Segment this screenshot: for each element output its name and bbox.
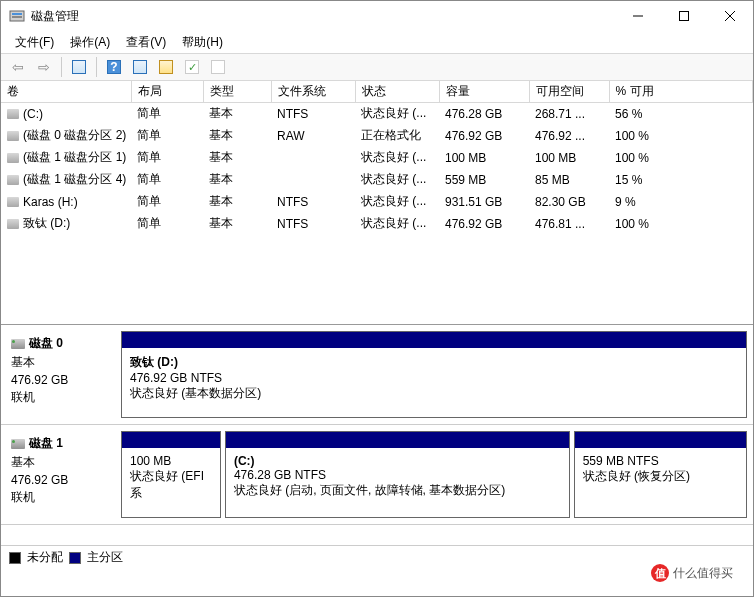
menu-help[interactable]: 帮助(H) [176, 32, 229, 53]
cell-type: 基本 [203, 169, 271, 191]
back-button[interactable]: ⇦ [7, 56, 29, 78]
watermark-text: 什么值得买 [673, 565, 733, 582]
cell-percent: 100 % [609, 125, 753, 147]
cell-status: 状态良好 (... [355, 213, 439, 235]
view-icon [72, 60, 86, 74]
partition-size: 100 MB [130, 454, 212, 468]
legend-primary-label: 主分区 [87, 549, 123, 566]
cell-capacity: 931.51 GB [439, 191, 529, 213]
volume-icon [7, 131, 19, 141]
window-controls [615, 1, 753, 31]
partition[interactable]: 致钛 (D:) 476.92 GB NTFS 状态良好 (基本数据分区) [121, 331, 747, 418]
toolbar-btn-2[interactable] [129, 56, 151, 78]
volume-name: (C:) [23, 107, 43, 121]
cell-percent: 100 % [609, 147, 753, 169]
close-button[interactable] [707, 1, 753, 31]
disk-size: 476.92 GB [11, 473, 111, 487]
col-filesystem[interactable]: 文件系统 [271, 81, 355, 103]
toolbar-btn-4[interactable] [181, 56, 203, 78]
disk-row: 磁盘 1 基本 476.92 GB 联机 100 MB 状态良好 (EFI 系 … [1, 425, 753, 525]
arrow-left-icon: ⇦ [12, 59, 24, 75]
table-row[interactable]: (磁盘 1 磁盘分区 1) 简单 基本 状态良好 (... 100 MB 100… [1, 147, 753, 169]
disk-icon [11, 339, 25, 349]
disk-icon [11, 439, 25, 449]
table-header-row: 卷 布局 类型 文件系统 状态 容量 可用空间 % 可用 [1, 81, 753, 103]
panel-icon [133, 60, 147, 74]
cell-fs: NTFS [271, 191, 355, 213]
watermark-icon: 值 [651, 564, 669, 582]
minimize-button[interactable] [615, 1, 661, 31]
help-button[interactable]: ? [103, 56, 125, 78]
partition-status: 状态良好 (EFI 系 [130, 468, 212, 502]
volume-list[interactable]: 卷 布局 类型 文件系统 状态 容量 可用空间 % 可用 (C:) 简单 基本 … [1, 81, 753, 325]
title-bar: 磁盘管理 [1, 1, 753, 31]
cell-layout: 简单 [131, 147, 203, 169]
cell-capacity: 476.92 GB [439, 213, 529, 235]
table-row[interactable]: 致钛 (D:) 简单 基本 NTFS 状态良好 (... 476.92 GB 4… [1, 213, 753, 235]
forward-button[interactable]: ⇨ [33, 56, 55, 78]
menu-file[interactable]: 文件(F) [9, 32, 60, 53]
cell-capacity: 476.28 GB [439, 103, 529, 125]
menu-view[interactable]: 查看(V) [120, 32, 172, 53]
disk-partitions: 致钛 (D:) 476.92 GB NTFS 状态良好 (基本数据分区) [121, 331, 747, 418]
toolbar-btn-5[interactable] [207, 56, 229, 78]
col-free[interactable]: 可用空间 [529, 81, 609, 103]
disk-label[interactable]: 磁盘 0 基本 476.92 GB 联机 [7, 331, 115, 418]
svg-rect-2 [12, 16, 22, 18]
disk-status: 联机 [11, 389, 111, 406]
disk-diagram-area[interactable]: 磁盘 0 基本 476.92 GB 联机 致钛 (D:) 476.92 GB N… [1, 325, 753, 545]
watermark: 值 什么值得买 [637, 556, 747, 590]
partition-title: (C:) [234, 454, 561, 468]
partition-size: 476.28 GB NTFS [234, 468, 561, 482]
volume-name: (磁盘 0 磁盘分区 2) [23, 128, 126, 142]
cell-percent: 100 % [609, 213, 753, 235]
table-row[interactable]: Karas (H:) 简单 基本 NTFS 状态良好 (... 931.51 G… [1, 191, 753, 213]
partition-status: 状态良好 (启动, 页面文件, 故障转储, 基本数据分区) [234, 482, 561, 499]
cell-capacity: 476.92 GB [439, 125, 529, 147]
help-icon: ? [107, 60, 121, 74]
table-row[interactable]: (磁盘 0 磁盘分区 2) 简单 基本 RAW 正在格式化 476.92 GB … [1, 125, 753, 147]
toolbar-btn-3[interactable] [155, 56, 177, 78]
col-type[interactable]: 类型 [203, 81, 271, 103]
col-volume[interactable]: 卷 [1, 81, 131, 103]
cell-type: 基本 [203, 103, 271, 125]
svg-rect-1 [12, 13, 22, 15]
volume-icon [7, 109, 19, 119]
cell-capacity: 100 MB [439, 147, 529, 169]
col-percent[interactable]: % 可用 [609, 81, 753, 103]
cell-fs: RAW [271, 125, 355, 147]
cell-free: 268.71 ... [529, 103, 609, 125]
menu-bar: 文件(F) 操作(A) 查看(V) 帮助(H) [1, 31, 753, 53]
partition-title: 致钛 (D:) [130, 354, 738, 371]
partition-bar [122, 432, 220, 448]
disk-label[interactable]: 磁盘 1 基本 476.92 GB 联机 [7, 431, 115, 518]
partition[interactable]: 559 MB NTFS 状态良好 (恢复分区) [574, 431, 747, 518]
partition-bar [575, 432, 746, 448]
maximize-button[interactable] [661, 1, 707, 31]
table-row[interactable]: (磁盘 1 磁盘分区 4) 简单 基本 状态良好 (... 559 MB 85 … [1, 169, 753, 191]
cell-status: 状态良好 (... [355, 191, 439, 213]
col-status[interactable]: 状态 [355, 81, 439, 103]
cell-layout: 简单 [131, 169, 203, 191]
menu-action[interactable]: 操作(A) [64, 32, 116, 53]
col-capacity[interactable]: 容量 [439, 81, 529, 103]
col-layout[interactable]: 布局 [131, 81, 203, 103]
cell-fs [271, 147, 355, 169]
arrow-right-icon: ⇨ [38, 59, 50, 75]
partition[interactable]: 100 MB 状态良好 (EFI 系 [121, 431, 221, 518]
cell-type: 基本 [203, 191, 271, 213]
window-title: 磁盘管理 [31, 8, 615, 25]
cell-percent: 15 % [609, 169, 753, 191]
cell-status: 状态良好 (... [355, 169, 439, 191]
volume-name: (磁盘 1 磁盘分区 1) [23, 150, 126, 164]
cell-status: 状态良好 (... [355, 147, 439, 169]
cell-layout: 简单 [131, 103, 203, 125]
disk-row: 磁盘 0 基本 476.92 GB 联机 致钛 (D:) 476.92 GB N… [1, 325, 753, 425]
volume-icon [7, 175, 19, 185]
volume-icon [7, 197, 19, 207]
volume-icon [7, 153, 19, 163]
table-row[interactable]: (C:) 简单 基本 NTFS 状态良好 (... 476.28 GB 268.… [1, 103, 753, 125]
partition[interactable]: (C:) 476.28 GB NTFS 状态良好 (启动, 页面文件, 故障转储… [225, 431, 570, 518]
toolbar-btn-1[interactable] [68, 56, 90, 78]
cell-capacity: 559 MB [439, 169, 529, 191]
